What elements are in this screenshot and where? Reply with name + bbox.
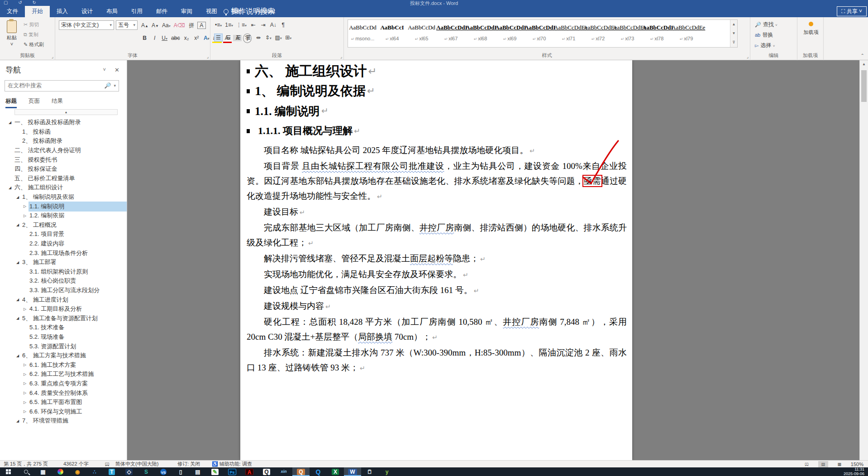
navigation-close-button[interactable]: ✕ [114,67,119,73]
navigation-options-button[interactable]: ˅ [103,67,106,72]
heading-tree-item[interactable]: 二、 法定代表人身份证明 [0,146,127,155]
dots-app-icon[interactable]: ∴ [86,467,103,476]
ribbon-tab[interactable]: 开始 [25,6,50,17]
shading-button[interactable]: ▨▾ [274,34,282,41]
heading-tree-item[interactable]: 4、 施工进度计划 [0,295,127,304]
tree-expand-icon[interactable] [21,381,29,385]
decrease-indent-button[interactable]: ⇤ [249,21,258,29]
find-button[interactable]: 🔎查找 ˅ [755,21,777,29]
shrink-font-button[interactable]: A▼ [151,22,160,29]
heading-tree-item[interactable]: 4.1. 工期目标及分析 [0,304,127,314]
tree-expand-icon[interactable] [14,195,21,199]
document-search-input[interactable]: ▾ 🔎 在文档中搜索 [5,80,119,91]
heading-tree-item[interactable]: 1、 编制说明及依据 [0,192,127,202]
photoshop-app-icon[interactable]: Ps [224,467,241,476]
pen-app-icon[interactable]: ✎ [206,467,224,476]
align-center-button[interactable]: ☰ [224,34,233,41]
word-count[interactable]: 43622 个字 [63,461,89,467]
borders-button[interactable]: ⊞▾ [284,34,293,41]
heading-tree-item[interactable]: 3.3. 施工分区与流水段划分 [0,286,127,295]
heading-tree-item[interactable]: 四、 投标保证金 [0,164,127,174]
scroll-up-arrow[interactable]: ▲ [860,60,868,68]
ribbon-tab[interactable]: 布局 [100,6,124,17]
phonetic-guide-button[interactable]: 拼 [187,21,196,30]
subscript-button[interactable]: x₂ [182,34,191,42]
line-spacing-button[interactable]: ⇕▾ [264,34,272,41]
replace-button[interactable]: ab替换 [755,31,773,39]
language-indicator[interactable]: 简体中文(中国大陆) [115,461,158,467]
tree-expand-icon[interactable] [14,223,21,227]
character-border-button[interactable]: A [197,22,206,29]
word-app-icon[interactable]: W [344,467,361,476]
heading-tree-item[interactable]: 1.1. 编制说明 [0,202,127,211]
style-item[interactable]: AaBbCcDdI ↵xl67 [436,20,466,47]
heading-tree-item[interactable]: 5.3. 资源配置计划 [0,341,127,351]
heading-tree-item[interactable]: 3、 施工部署 [0,258,127,267]
style-item[interactable]: AaBbCcDdI ↵xl78 [642,20,672,47]
paragraph-dialog-launcher[interactable]: ⌟ [340,54,342,59]
heading-tree-item[interactable]: 2.2. 建设内容 [0,239,127,249]
navigation-tab[interactable]: 结果 [52,97,63,108]
styles-dialog-launcher[interactable]: ⌟ [747,54,749,59]
text-effects-button[interactable]: A▾ [202,34,211,42]
heading-tree-item[interactable]: 6、 施工方案与技术措施 [0,351,127,361]
style-item[interactable]: AaBbCcDdEe ↵xl73 [613,20,642,47]
style-item[interactable]: AaBbCcDd ↵msono... [348,20,377,47]
taskbar-clock[interactable]: 11:31 2025-09-06 [844,467,864,476]
telegram-app-icon[interactable]: T [103,467,120,476]
xin-app-icon[interactable]: xin [275,467,292,476]
bullets-button[interactable]: •≡▾ [214,21,223,29]
style-item[interactable]: AaBbCcI ↵xl64 [377,20,407,47]
heading-tree-item[interactable]: 5、 施工准备与资源配置计划 [0,313,127,323]
style-item[interactable]: AaBbCcDdEe ↵xl71 [554,20,583,47]
heading-tree-item[interactable]: 3.1. 组织架构设计原则 [0,267,127,277]
multilevel-list-button[interactable]: ⋮≡▾ [235,21,248,29]
tree-expand-icon[interactable] [21,400,29,404]
heading-tree-item[interactable]: 5.2. 现场准备 [0,332,127,342]
ribbon-tab[interactable]: 设计 [75,6,100,17]
italic-button[interactable]: I [150,34,159,42]
collapse-ribbon-button[interactable]: ⌃ [861,53,864,58]
copy-button[interactable]: ⧉ 复制 [24,31,38,38]
sort-button[interactable]: A↓ [269,21,277,29]
font-dialog-launcher[interactable]: ⌟ [207,54,209,59]
clipboard-dialog-launcher[interactable]: ⌟ [52,54,53,59]
superscript-button[interactable]: x² [192,34,201,42]
tree-expand-icon[interactable] [14,260,21,264]
addins-button[interactable]: 加载项 [803,22,819,35]
accessibility-indicator[interactable]: ♿ 辅助功能: 调查 [212,461,252,467]
acrobat-app-icon[interactable]: A [241,467,258,476]
heading-tree-item[interactable]: 三、 授权委托书 [0,155,127,164]
ribbon-tab[interactable]: 引用 [124,6,149,17]
proofing-icon[interactable]: 🕮 [105,461,110,467]
change-case-button[interactable]: Aa▾ [161,22,172,29]
tree-expand-icon[interactable] [6,186,14,190]
heading-tree-item[interactable]: 1.2. 编制依据 [0,211,127,221]
tree-expand-icon[interactable] [21,409,29,413]
vertical-scrollbar[interactable]: ▲ [859,60,868,460]
select-button[interactable]: ▻选择 ˅ [755,42,775,49]
quick-access-toolbar[interactable]: ▢ ↺ ↻ [4,0,41,5]
notepad-app-icon[interactable]: 🗒 [361,467,378,476]
web-layout-button[interactable]: ▦ [835,461,844,467]
share-button[interactable]: ⛶ 共享 ˅ [837,6,867,16]
style-item[interactable]: AaBbCcDdEe ↵xl79 [672,20,701,47]
align-left-button[interactable]: ☰ [214,34,223,42]
scrollbar-thumb[interactable] [861,70,867,102]
document-app-icon[interactable]: ▤ [189,467,206,476]
start-button[interactable] [0,467,17,476]
tree-expand-icon[interactable] [14,316,21,320]
navigation-tab[interactable]: 标题 [5,97,17,108]
heading-tree-item[interactable]: 6.6. 环保与文明施工 [0,407,127,416]
style-item[interactable]: AaBbCcDdEe ↵xl72 [583,20,613,47]
ribbon-tab[interactable]: 插入 [50,6,75,17]
qq-app-icon[interactable]: Q [258,467,275,476]
show-marks-button[interactable]: ¶ [279,21,287,29]
print-layout-button[interactable]: ▤ [818,461,828,467]
diamond-app-icon[interactable]: ◇ [120,467,138,476]
excel-app-icon[interactable]: X [327,467,344,476]
track-changes-indicator[interactable]: 修订: 关闭 [177,461,200,467]
navigation-tab[interactable]: 页面 [29,97,40,108]
zoom-level[interactable]: 150% [851,462,863,467]
distribute-button[interactable]: ⇹ [254,34,262,41]
